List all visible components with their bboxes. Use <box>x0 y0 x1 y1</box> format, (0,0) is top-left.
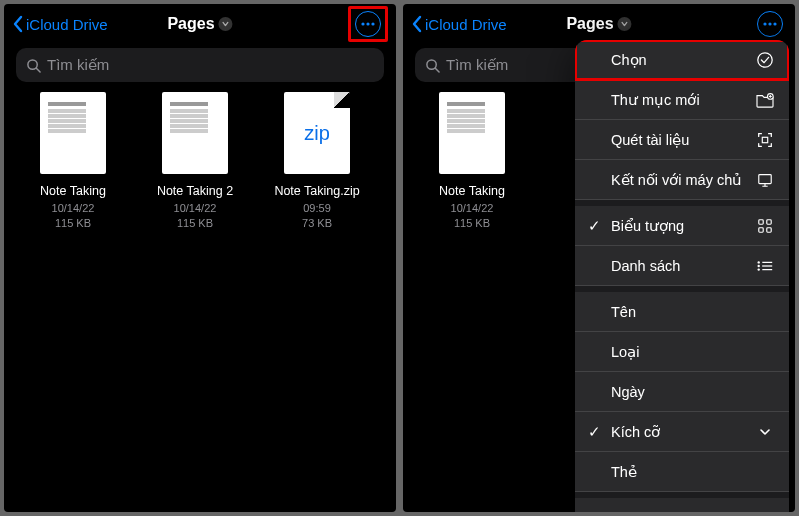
file-name: Note Taking.zip <box>274 184 359 198</box>
file-date: 10/14/22 <box>52 201 95 216</box>
checkmark-icon: ✓ <box>587 218 601 234</box>
chevron-down-icon <box>618 17 632 31</box>
scan-icon <box>755 131 775 149</box>
menu-item-label: Thẻ <box>611 464 637 480</box>
search-icon <box>26 58 41 73</box>
file-name: Note Taking <box>439 184 505 198</box>
context-menu: ChọnThư mục mớiQuét tài liệuKết nối với … <box>575 40 789 512</box>
file-size: 115 KB <box>177 216 213 231</box>
checkmark-icon: ✓ <box>587 424 601 440</box>
left-panel: iCloud Drive Pages Tìm kiếm Note Taking1… <box>4 4 396 512</box>
select-circle-icon <box>755 51 775 69</box>
back-label: iCloud Drive <box>26 16 108 33</box>
menu-item-label: Danh sách <box>611 258 680 274</box>
ellipsis-icon <box>763 22 777 26</box>
svg-rect-14 <box>762 137 767 142</box>
svg-rect-19 <box>767 219 771 223</box>
menu-item[interactable]: Ngày <box>575 372 789 412</box>
svg-point-5 <box>763 22 766 25</box>
menu-item[interactable]: ✓Kích cỡ <box>575 412 789 452</box>
menu-item-label: Loại <box>611 344 639 360</box>
menu-item[interactable]: ✓Biểu tượng <box>575 206 789 246</box>
search-input[interactable]: Tìm kiếm <box>16 48 384 82</box>
navbar: iCloud Drive Pages <box>4 4 396 44</box>
menu-item-label: Tùy chọn Xem <box>611 510 705 512</box>
chevron-left-icon <box>12 15 24 33</box>
back-button[interactable]: iCloud Drive <box>12 15 108 33</box>
file-date: 10/14/22 <box>174 201 217 216</box>
file-item[interactable]: zipNote Taking.zip09:5973 KB <box>258 92 376 231</box>
svg-point-6 <box>768 22 771 25</box>
more-button[interactable] <box>355 11 381 37</box>
file-item[interactable]: Note Taking10/14/22115 KB <box>413 92 531 231</box>
more-button[interactable] <box>757 11 783 37</box>
svg-rect-21 <box>767 227 771 231</box>
page-title[interactable]: Pages <box>167 15 232 33</box>
document-icon <box>439 92 505 174</box>
svg-point-26 <box>758 268 760 270</box>
menu-item[interactable]: Quét tài liệu <box>575 120 789 160</box>
server-icon <box>755 172 775 188</box>
grid-icon <box>755 218 775 234</box>
file-name: Note Taking <box>40 184 106 198</box>
svg-point-7 <box>773 22 776 25</box>
file-size: 115 KB <box>454 216 490 231</box>
svg-point-1 <box>366 22 369 25</box>
svg-point-22 <box>758 261 760 263</box>
file-item[interactable]: Note Taking 210/14/22115 KB <box>136 92 254 231</box>
chevron-down-icon <box>219 17 233 31</box>
back-label: iCloud Drive <box>425 16 507 33</box>
svg-point-24 <box>758 264 760 266</box>
menu-item[interactable]: Tùy chọn Xem <box>575 498 789 512</box>
search-placeholder: Tìm kiếm <box>47 56 109 74</box>
right-panel: iCloud Drive Pages Tìm kiếm Note Taking1… <box>403 4 795 512</box>
menu-item[interactable]: Chọn <box>575 40 789 80</box>
svg-point-10 <box>758 52 772 66</box>
menu-item[interactable]: Tên <box>575 292 789 332</box>
new-folder-icon <box>755 92 775 108</box>
file-name: Note Taking 2 <box>157 184 233 198</box>
menu-item-label: Kết nối với máy chủ <box>611 172 742 188</box>
more-button-wrap <box>753 9 787 39</box>
svg-point-2 <box>371 22 374 25</box>
document-icon <box>40 92 106 174</box>
document-icon <box>162 92 228 174</box>
file-grid: Note Taking10/14/22115 KBNote Taking 210… <box>4 92 396 231</box>
svg-line-9 <box>435 68 439 72</box>
file-size: 115 KB <box>55 216 91 231</box>
more-button-highlight <box>348 6 388 42</box>
file-date: 10/14/22 <box>451 201 494 216</box>
menu-item-label: Ngày <box>611 384 645 400</box>
svg-rect-20 <box>759 227 763 231</box>
menu-item-label: Tên <box>611 304 636 320</box>
ellipsis-icon <box>361 22 375 26</box>
menu-item[interactable]: Danh sách <box>575 246 789 286</box>
svg-rect-18 <box>759 219 763 223</box>
chevron-down-icon <box>755 427 775 437</box>
file-date: 09:59 <box>303 201 331 216</box>
menu-item[interactable]: Kết nối với máy chủ <box>575 160 789 200</box>
search-placeholder: Tìm kiếm <box>446 56 508 74</box>
search-icon <box>425 58 440 73</box>
zip-file-icon: zip <box>284 92 350 174</box>
menu-item-label: Chọn <box>611 52 647 68</box>
list-icon <box>755 259 775 273</box>
svg-line-4 <box>36 68 40 72</box>
menu-item-label: Kích cỡ <box>611 424 660 440</box>
file-item[interactable]: Note Taking10/14/22115 KB <box>14 92 132 231</box>
page-title-text: Pages <box>566 15 613 33</box>
back-button[interactable]: iCloud Drive <box>411 15 507 33</box>
menu-item-label: Thư mục mới <box>611 92 700 108</box>
menu-item[interactable]: Loại <box>575 332 789 372</box>
menu-item-label: Quét tài liệu <box>611 132 689 148</box>
menu-item[interactable]: Thẻ <box>575 452 789 492</box>
navbar: iCloud Drive Pages <box>403 4 795 44</box>
chevron-left-icon <box>411 15 423 33</box>
menu-item-label: Biểu tượng <box>611 218 684 234</box>
page-title[interactable]: Pages <box>566 15 631 33</box>
page-title-text: Pages <box>167 15 214 33</box>
svg-rect-15 <box>759 174 771 183</box>
menu-item[interactable]: Thư mục mới <box>575 80 789 120</box>
file-size: 73 KB <box>302 216 332 231</box>
svg-point-0 <box>361 22 364 25</box>
